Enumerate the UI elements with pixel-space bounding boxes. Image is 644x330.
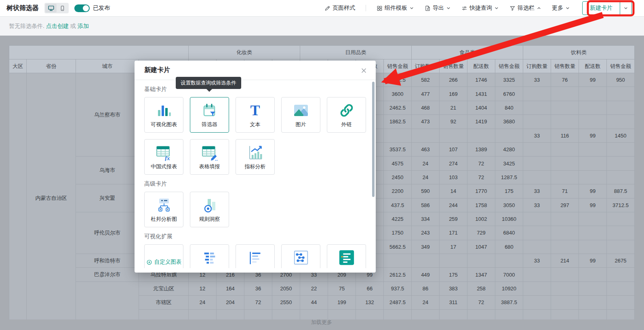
card-external-link[interactable]: 外链 <box>327 97 366 133</box>
card-table-fill[interactable]: 表格填报 <box>190 139 229 175</box>
value-cell: 76 <box>551 73 579 87</box>
value-cell <box>467 309 495 319</box>
value-cell: 99 <box>579 254 607 268</box>
card-label: 图片 <box>296 121 306 128</box>
card-butterfly[interactable]: 蝴蝶图 <box>190 244 229 268</box>
value-cell: 171 <box>440 226 467 240</box>
value-cell: 1347 <box>467 268 495 281</box>
city-cell: 巴彦淖尔市 <box>76 268 139 281</box>
value-cell: 3712.5 <box>607 198 635 212</box>
card-image[interactable]: 图片 <box>281 97 320 133</box>
metric-header: 销售金额 <box>607 59 635 73</box>
card-custom-chart[interactable]: 自定义图表 <box>144 244 183 268</box>
action-label: 导出 <box>433 4 444 12</box>
card-text[interactable]: T文本 <box>236 97 275 133</box>
action-label: 快捷查询 <box>469 4 492 12</box>
publish-toggle[interactable] <box>74 4 90 12</box>
card-filter[interactable]: 筛选器 <box>190 97 229 133</box>
load-more-button[interactable]: 加载更多 <box>9 319 634 326</box>
city-cell: 呼伦贝尔市 <box>76 212 139 254</box>
action-more[interactable]: 更多 <box>552 4 570 12</box>
close-icon[interactable] <box>360 66 368 74</box>
value-cell: 5662.5 <box>384 240 412 254</box>
card-rule-insight[interactable]: 规则洞察 <box>190 192 229 227</box>
dim-header: 大区 <box>9 59 27 73</box>
value-cell <box>579 296 607 309</box>
value-cell <box>579 101 607 114</box>
value-cell: 243 <box>412 226 440 240</box>
card-dumbbell[interactable]: 哑铃图 <box>281 244 320 268</box>
desktop-view-button[interactable] <box>45 4 57 13</box>
new-card-button[interactable]: 新建卡片 <box>582 1 632 15</box>
group-header-blank <box>9 46 189 59</box>
chevron-down-icon <box>565 6 570 11</box>
value-cell <box>579 170 607 184</box>
card-china-report[interactable]: fx中国式报表 <box>144 139 183 175</box>
card-auto-carousel[interactable]: 自动轮播 <box>236 244 275 268</box>
modal-scrollbar[interactable] <box>372 82 375 197</box>
value-cell <box>467 129 495 142</box>
mobile-view-button[interactable] <box>57 4 68 13</box>
value-cell: 3887.5 <box>495 296 523 309</box>
modal-sections: 基础卡片可视化图表筛选器T文本图片外链fx中国式报表表格填报指标分析高级卡片杜邦… <box>144 86 366 268</box>
card-auto-carousel-2[interactable]: 自动轮播 <box>327 244 366 268</box>
create-filter-link[interactable]: 点击创建 <box>46 23 69 30</box>
chevron-up-icon <box>537 6 541 11</box>
action-component-template[interactable]: 组件模板 <box>377 4 414 12</box>
value-cell <box>551 115 579 129</box>
table-fx-icon: fx <box>155 144 173 161</box>
value-cell <box>523 296 551 309</box>
card-label: 外链 <box>341 121 352 128</box>
value-cell: 297 <box>551 198 579 212</box>
card-metric-analysis[interactable]: 指标分析 <box>236 139 275 175</box>
value-cell <box>523 170 551 184</box>
action-quick-query[interactable]: 快捷查询 <box>461 4 499 12</box>
card-grid: 可视化图表筛选器T文本图片外链fx中国式报表表格填报指标分析 <box>144 97 366 175</box>
value-cell: 586 <box>412 198 440 212</box>
action-export[interactable]: 导出 <box>425 4 451 12</box>
card-dupont[interactable]: 杜邦分析图 <box>144 192 183 227</box>
value-cell <box>607 226 635 240</box>
value-cell: 24 <box>412 296 440 309</box>
value-cell: 334 <box>412 212 440 226</box>
group-header: 日用品类 <box>300 46 412 59</box>
value-cell <box>551 170 579 184</box>
value-cell <box>607 296 635 309</box>
value-cell: 258 <box>467 281 495 295</box>
value-cell: 2450 <box>384 170 412 184</box>
new-card-label[interactable]: 新建卡片 <box>583 2 620 15</box>
value-cell: 477 <box>412 87 440 101</box>
value-cell: 6840 <box>495 226 523 240</box>
value-cell: 99 <box>579 184 607 198</box>
card-visual-chart[interactable]: 可视化图表 <box>144 97 183 133</box>
tooltip: 设置数据查询或筛选条件 <box>176 77 241 89</box>
export-icon <box>425 5 431 11</box>
action-label: 组件模板 <box>385 4 407 12</box>
new-card-dropdown[interactable] <box>620 2 631 15</box>
new-card-modal: 新建卡片 设置数据查询或筛选条件 基础卡片可视化图表筛选器T文本图片外链fx中国… <box>135 61 376 273</box>
metric-header: 订购数量 <box>523 59 551 73</box>
value-cell <box>440 129 467 142</box>
value-cell: 3050 <box>495 198 523 212</box>
value-cell <box>607 240 635 254</box>
value-cell <box>551 309 579 319</box>
toolbar-divider <box>366 5 366 11</box>
action-page-style[interactable]: 页面样式 <box>324 4 355 12</box>
value-cell <box>551 268 579 281</box>
card-label: 规则洞察 <box>199 216 220 223</box>
value-cell <box>523 309 551 319</box>
value-cell <box>523 87 551 101</box>
group-header: 化妆类 <box>189 46 300 59</box>
value-cell: 175 <box>440 268 467 281</box>
monitor-icon <box>48 5 55 12</box>
card-grid: 杜邦分析图规则洞察 <box>144 192 366 227</box>
metric-header: 销售金额 <box>384 59 412 73</box>
action-filter-bar[interactable]: 筛选栏 <box>509 4 541 12</box>
value-cell: 175 <box>495 184 523 198</box>
image-icon <box>293 102 309 119</box>
card-label: 指标分析 <box>245 163 266 170</box>
value-cell: 44 <box>300 296 328 309</box>
add-filter-link[interactable]: 添加 <box>78 23 89 30</box>
value-cell <box>551 296 579 309</box>
svg-text:fx: fx <box>165 155 170 161</box>
